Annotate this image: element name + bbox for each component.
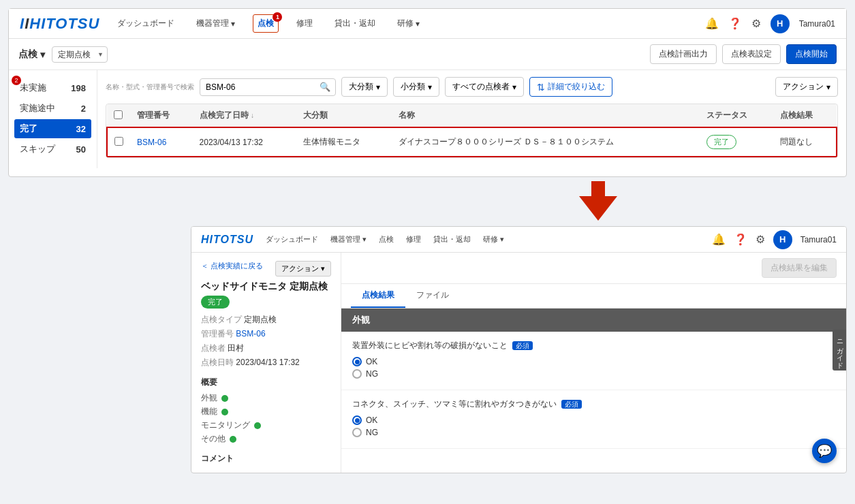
col-name: 名称 [392,104,700,127]
col-result: 点検結果 [773,104,837,127]
toolbar-buttons: 点検計画出力 点検表設定 点検開始 [650,44,837,64]
nav-inspection[interactable]: 点検 1 [253,14,279,33]
radio-circle-ng-1[interactable] [352,369,362,379]
radio-circle-ok-1[interactable] [352,357,362,366]
summary-dot-1 [221,409,228,415]
main-area: 名称・型式・管理番号で検索 🔍 大分類 ▾ 小分類 ▾ すべての点検者 ▾ [97,70,846,168]
user-avatar[interactable]: H [771,14,790,33]
radio-circle-ok-2[interactable] [352,415,362,425]
summary-row-kinoh: 機能 [201,406,331,418]
bottom-nav-dashboard[interactable]: ダッシュボード [266,234,318,245]
settings-icon[interactable]: ⚙ [751,17,761,30]
section-header-appearance: 外観 [341,309,846,332]
detail-action-button[interactable]: アクション ▾ [275,261,331,277]
all-inspectors-button[interactable]: すべての点検者 ▾ [445,77,524,97]
detail-filter-button[interactable]: ⇅ 詳細で絞り込む [529,77,612,97]
nav-repair[interactable]: 修理 [292,15,317,32]
category-cell: 生体情報モニタ [296,127,392,157]
inspection-toolbar: 点検結果を編集 [341,253,846,284]
detail-status-badge: 完了 [201,296,230,309]
col-date: 点検完了日時 ↓ [193,104,297,127]
search-input[interactable] [200,78,336,96]
radio-ok-1[interactable]: OK [352,357,835,366]
detail-date: 点検日時 2023/04/13 17:32 [201,357,331,368]
summary-row-gaikan: 外観 [201,392,331,404]
summary-dot-2 [254,422,261,429]
bottom-nav-repair[interactable]: 修理 [406,234,421,245]
navbar-right: 🔔 ❓ ⚙ H Tamura01 [705,14,835,33]
search-wrapper: 🔍 [200,78,336,96]
bottom-nav-training[interactable]: 研修 ▾ [483,234,504,245]
select-all-checkbox[interactable] [114,110,123,119]
bottom-help-icon[interactable]: ❓ [734,233,747,246]
bottom-nav-rental[interactable]: 貸出・返却 [433,234,471,245]
sidebar-item-complete[interactable]: 完了 32 [14,119,91,138]
detail-title: ベッドサイドモニタ 定期点検 [201,281,331,293]
nav-rental[interactable]: 貸出・返却 [330,15,379,32]
summary-dot-3 [230,436,236,443]
bottom-bell-icon[interactable]: 🔔 [712,233,726,246]
arrow-head [579,196,617,221]
settings-button[interactable]: 点検表設定 [722,44,781,64]
tab-file[interactable]: ファイル [405,284,460,308]
sidebar-item-inprogress[interactable]: 実施途中 2 [14,99,91,118]
radio-ok-2[interactable]: OK [352,415,835,425]
inspection-label: 点検 ▾ [18,48,45,61]
user-name: Tamura01 [799,19,835,29]
search-icon: 🔍 [320,82,330,92]
help-icon[interactable]: ❓ [728,17,742,30]
bottom-user-name: Tamura01 [800,235,837,245]
sidebar-row-wrapper-1: 未実施 198 2 [14,78,91,97]
bell-icon[interactable]: 🔔 [705,17,719,30]
result-cell: 問題なし [773,127,837,157]
name-cell: ダイナスコープ８０００シリーズ ＤＳ－８１００システム [392,127,700,157]
sidebar-item-pending[interactable]: 未実施 198 [14,78,91,97]
status-badge: 完了 [706,135,736,149]
bottom-user-avatar[interactable]: H [773,230,792,249]
date-cell: 2023/04/13 17:32 [193,127,297,157]
detail-panel: ＜ 点検実績に戻る アクション ▾ ベッドサイドモニタ 定期点検 完了 点検タイ… [191,253,341,473]
action-button[interactable]: アクション ▾ [775,77,838,97]
top-navbar: IIHITOTSU ダッシュボード 機器管理 ▾ 点検 1 修理 貸出・返却 研… [9,9,846,39]
radio-ng-2[interactable]: NG [352,428,835,437]
summary-dot-0 [221,395,228,402]
status-cell: 完了 [700,127,773,157]
radio-circle-ng-2[interactable] [352,428,362,437]
comment-section-title: コメント [201,453,331,464]
table-row[interactable]: BSM-06 2023/04/13 17:32 生体情報モニタ ダイナスコープ８… [107,127,837,157]
content-area: 未実施 198 2 実施途中 2 完了 32 スキップ 50 名称・型式・管 [9,70,846,168]
arrow-section [341,178,855,221]
question-block-1: 装置外装にヒビや割れ等の破損がないこと 必須 OK NG [341,332,846,390]
subcategory-filter-button[interactable]: 小分類 ▾ [393,77,439,97]
sidebar-item-skip[interactable]: スキップ 50 [14,140,91,159]
radio-ng-1[interactable]: NG [352,369,835,379]
arrow-container [579,181,617,221]
bottom-nav-equipment[interactable]: 機器管理 ▾ [330,234,367,245]
nav-dashboard[interactable]: ダッシュボード [113,15,178,32]
question-block-2: コネクタ、スイッチ、ツマミ等に割れやガタつきがない 必須 OK NG [341,390,846,449]
tab-inspection-result[interactable]: 点検結果 [351,284,405,308]
search-hint: 名称・型式・管理番号で検索 [106,82,194,92]
left-sidebar: 未実施 198 2 実施途中 2 完了 32 スキップ 50 [9,70,97,168]
inspection-panel: 点検結果を編集 点検結果 ファイル 外観 装置外装にヒビや割れ等の破損がないこと… [341,253,846,473]
required-badge-2: 必須 [561,400,582,409]
detail-management-no: 管理番号 BSM-06 [201,328,331,340]
inspection-table: 管理番号 点検完了日時 ↓ 大分類 名称 ステータス 点検結果 BSM-06 [106,104,837,157]
chat-button[interactable]: 💬 [812,439,837,463]
nav-training[interactable]: 研修 ▾ [393,15,424,32]
bottom-settings-icon[interactable]: ⚙ [756,233,765,246]
row-checkbox[interactable] [114,137,123,146]
side-guide[interactable]: ニガイド [833,330,846,371]
arrow-shaft [591,181,605,196]
start-button[interactable]: 点検開始 [786,44,837,64]
back-link[interactable]: ＜ 点検実績に戻る [201,261,263,271]
inspection-type-select[interactable]: 定期点検 随時点検 [52,46,108,63]
col-status: ステータス [700,104,773,127]
toolbar: 点検 ▾ 定期点検 随時点検 点検計画出力 点検表設定 点検開始 [9,39,846,70]
category-filter-button[interactable]: 大分類 ▾ [341,77,388,97]
management-no-cell[interactable]: BSM-06 [130,127,193,157]
bottom-nav-inspection[interactable]: 点検 [379,234,394,245]
plan-output-button[interactable]: 点検計画出力 [650,44,717,64]
sidebar-badge-2: 2 [12,76,21,85]
nav-equipment[interactable]: 機器管理 ▾ [192,15,239,32]
